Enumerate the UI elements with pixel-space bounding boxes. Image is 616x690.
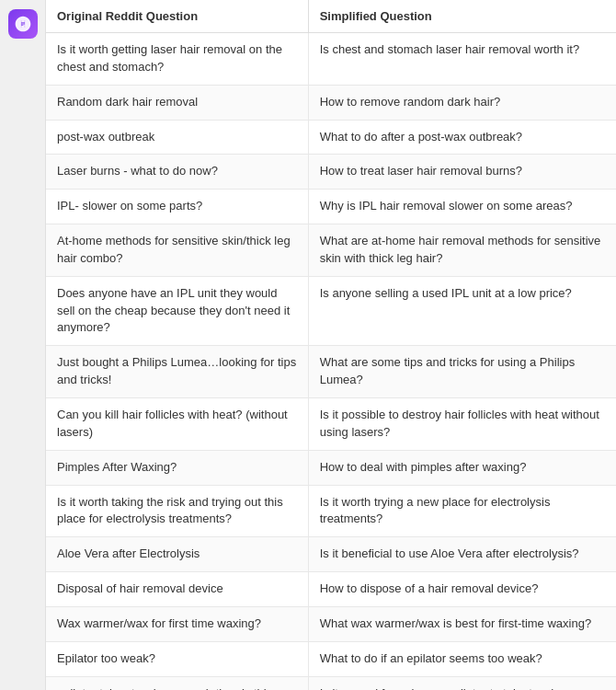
original-question-cell: Does anyone have an IPL unit they would …	[46, 276, 308, 346]
questions-table: Original Reddit Question Simplified Ques…	[46, 0, 616, 690]
original-question-cell: At-home methods for sensitive skin/thick…	[46, 224, 308, 277]
simplified-question-cell: How to dispose of a hair removal device?	[308, 572, 616, 607]
table-row: Laser burns - what to do now?How to trea…	[46, 155, 616, 190]
table-row: Wax warmer/wax for first time waxing?Wha…	[46, 606, 616, 641]
original-question-cell: Laser burns - what to do now?	[46, 155, 308, 190]
original-question-cell: Disposal of hair removal device	[46, 572, 308, 607]
original-question-cell: Is it worth getting laser hair removal o…	[46, 33, 308, 86]
simplified-question-cell: How to deal with pimples after waxing?	[308, 450, 616, 485]
original-question-cell: Pimples After Waxing?	[46, 450, 308, 485]
table-row: epilator takes two hours each time is th…	[46, 676, 616, 690]
simplified-question-cell: Is it normal for using an epilator to ta…	[308, 676, 616, 690]
original-question-cell: IPL- slower on some parts?	[46, 190, 308, 224]
app-container: Original Reddit Question Simplified Ques…	[0, 0, 616, 690]
simplified-question-cell: What to do if an epilator seems too weak…	[308, 641, 616, 676]
table-row: At-home methods for sensitive skin/thick…	[46, 224, 616, 277]
main-content: Original Reddit Question Simplified Ques…	[46, 0, 616, 690]
simplified-question-cell: Is it worth trying a new place for elect…	[308, 485, 616, 537]
original-question-cell: Random dark hair removal	[46, 85, 308, 120]
original-question-cell: post-wax outbreak	[46, 120, 308, 155]
simplified-question-cell: What are at-home hair removal methods fo…	[308, 224, 616, 277]
original-question-cell: Epilator too weak?	[46, 641, 308, 676]
simplified-question-cell: Why is IPL hair removal slower on some a…	[308, 190, 616, 224]
simplified-question-cell: What to do after a post-wax outbreak?	[308, 120, 616, 155]
original-question-cell: Just bought a Philips Lumea…looking for …	[46, 346, 308, 398]
col-simplified-header: Simplified Question	[308, 0, 616, 33]
original-question-cell: Can you kill hair follicles with heat? (…	[46, 397, 308, 450]
simplified-question-cell: Is chest and stomach laser hair removal …	[308, 33, 616, 86]
original-question-cell: Wax warmer/wax for first time waxing?	[46, 606, 308, 641]
table-container[interactable]: Original Reddit Question Simplified Ques…	[46, 0, 616, 690]
table-row: Does anyone have an IPL unit they would …	[46, 276, 616, 346]
original-question-cell: Aloe Vera after Electrolysis	[46, 537, 308, 572]
table-row: Just bought a Philips Lumea…looking for …	[46, 346, 616, 398]
simplified-question-cell: What wax warmer/wax is best for first-ti…	[308, 606, 616, 641]
simplified-question-cell: Is it possible to destroy hair follicles…	[308, 397, 616, 450]
simplified-question-cell: How to treat laser hair removal burns?	[308, 155, 616, 190]
app-logo[interactable]	[8, 9, 38, 39]
table-row: Disposal of hair removal deviceHow to di…	[46, 572, 616, 607]
table-row: Epilator too weak?What to do if an epila…	[46, 641, 616, 676]
simplified-question-cell: How to remove random dark hair?	[308, 85, 616, 120]
simplified-question-cell: Is anyone selling a used IPL unit at a l…	[308, 276, 616, 346]
table-row: Pimples After Waxing?How to deal with pi…	[46, 450, 616, 485]
table-row: post-wax outbreakWhat to do after a post…	[46, 120, 616, 155]
simplified-question-cell: What are some tips and tricks for using …	[308, 346, 616, 398]
table-row: Is it worth getting laser hair removal o…	[46, 33, 616, 86]
table-header-row: Original Reddit Question Simplified Ques…	[46, 0, 616, 33]
original-question-cell: Is it worth taking the risk and trying o…	[46, 485, 308, 537]
table-row: Random dark hair removalHow to remove ra…	[46, 85, 616, 120]
simplified-question-cell: Is it beneficial to use Aloe Vera after …	[308, 537, 616, 572]
table-row: Is it worth taking the risk and trying o…	[46, 485, 616, 537]
table-row: IPL- slower on some parts?Why is IPL hai…	[46, 190, 616, 224]
col-original-header: Original Reddit Question	[46, 0, 308, 33]
table-row: Aloe Vera after ElectrolysisIs it benefi…	[46, 537, 616, 572]
original-question-cell: epilator takes two hours each time is th…	[46, 676, 308, 690]
table-row: Can you kill hair follicles with heat? (…	[46, 397, 616, 450]
sidebar	[0, 0, 46, 690]
